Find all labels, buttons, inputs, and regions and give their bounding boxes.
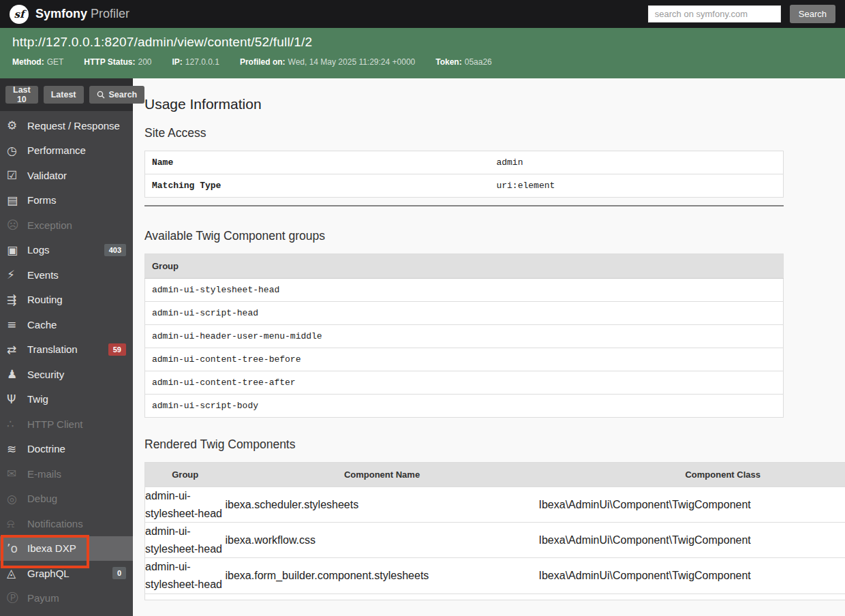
- sidebar-item-exception[interactable]: ☹Exception: [0, 213, 133, 238]
- sidebar-item-events[interactable]: ⚡Events: [0, 262, 133, 288]
- sidebar-item-label: Logs: [27, 244, 50, 256]
- site-access-name-label: Name: [145, 151, 490, 174]
- sidebar-item-request-response[interactable]: ⚙Request / Response: [0, 113, 133, 138]
- sidebar-item-label: Request / Response: [27, 120, 120, 132]
- sidebar-item-cache[interactable]: ≡Cache: [0, 312, 133, 337]
- table-header-row: Group: [145, 254, 784, 279]
- sidebar-item-e-mails[interactable]: ✉E-mails: [0, 461, 133, 487]
- component-name-cell: ibexa.scheduler.stylesheets: [226, 487, 539, 523]
- sidebar-item-routing[interactable]: ⇶Routing: [0, 288, 133, 313]
- group-cell: admin-ui-script-body: [145, 395, 784, 418]
- symfony-search-button[interactable]: Search: [790, 5, 835, 23]
- sidebar-item-doctrine[interactable]: ≋Doctrine: [0, 437, 133, 462]
- site-access-matching-type-label: Matching Type: [145, 174, 490, 198]
- sidebar-nav: ⚙Request / Response◷Performance☑Validato…: [0, 111, 133, 611]
- sidebar-item-label: Exception: [27, 219, 72, 231]
- group-cell: admin-ui-script-head: [145, 302, 784, 325]
- component-class-cell: Ibexa\AdminUi\Component\TwigComponent: [539, 487, 845, 523]
- panel-content: Usage Information Site Access Name admin…: [133, 78, 845, 616]
- clipboard-icon: ▤: [7, 194, 27, 207]
- sidebar-item-twig[interactable]: ΨTwig: [0, 387, 133, 412]
- sidebar-item-ibexa-dxp[interactable]: ʼoIbexa DXP: [0, 536, 133, 561]
- table-row-partial: [145, 594, 845, 600]
- page-title: Usage Information: [144, 96, 845, 112]
- table-row: admin-ui-content-tree-after: [145, 371, 784, 395]
- symfony-search-input[interactable]: [648, 5, 781, 22]
- site-access-table: Name admin Matching Type uri:element: [144, 151, 784, 198]
- component-class-cell: Ibexa\AdminUi\Component\TwigComponent: [539, 558, 845, 594]
- sidebar-item-debug[interactable]: ◎Debug: [0, 487, 133, 512]
- envelope-icon: ✉: [7, 467, 27, 480]
- sidebar-item-label: E-mails: [27, 468, 61, 480]
- sidebar-item-payum[interactable]: ⓅPayum: [0, 586, 133, 611]
- app-title-symfony: Symfony: [35, 7, 87, 20]
- count-badge: 0: [112, 567, 126, 579]
- group-column-header: Group: [145, 254, 784, 279]
- sidebar-item-label: Doctrine: [27, 443, 65, 455]
- last-10-button[interactable]: Last 10: [5, 86, 38, 104]
- database-icon: ≋: [7, 442, 27, 456]
- sidebar-item-label: Twig: [27, 393, 48, 405]
- sidebar-item-label: GraphQL: [27, 568, 70, 579]
- request-meta: Method:GET HTTP Status:200 IP:127.0.0.1 …: [12, 57, 833, 67]
- ghost-icon: ☹: [7, 218, 27, 232]
- rendered-components-table: Group Component Name Component Class adm…: [144, 462, 845, 600]
- sidebar-search-button[interactable]: Search: [89, 86, 145, 104]
- translation-icon: ⇄: [7, 343, 27, 356]
- group-cell: admin-ui-content-tree-before: [145, 348, 784, 371]
- profiled-url: http://127.0.0.1:8207/admin/view/content…: [12, 35, 833, 50]
- ibexa-logo-icon: ʼo: [7, 542, 27, 555]
- site-access-matching-type-value: uri:element: [489, 174, 783, 198]
- sidebar-item-label: Security: [27, 369, 64, 380]
- sidebar-item-translation[interactable]: ⇄Translation59: [0, 337, 133, 363]
- sidebar-item-logs[interactable]: ▣Logs403: [0, 238, 133, 263]
- group-column-header: Group: [145, 463, 226, 487]
- sidebar-item-performance[interactable]: ◷Performance: [0, 138, 133, 164]
- sidebar-search-label: Search: [109, 90, 138, 99]
- app-title-profiler: Profiler: [91, 7, 129, 20]
- sidebar-item-forms[interactable]: ▤Forms: [0, 188, 133, 213]
- component-groups-heading: Available Twig Component groups: [144, 229, 845, 243]
- section-divider: [144, 205, 784, 206]
- sidebar-item-label: Cache: [27, 319, 57, 330]
- table-row: admin-ui-stylesheet-head ibexa.form_buil…: [145, 558, 845, 594]
- request-status-bar: http://127.0.0.1:8207/admin/view/content…: [0, 28, 845, 78]
- user-icon: ♟: [7, 367, 27, 381]
- group-cell: admin-ui-stylesheet-head: [145, 487, 226, 523]
- meta-ip: IP:127.0.0.1: [172, 57, 219, 67]
- twig-plant-icon: Ψ: [7, 392, 27, 406]
- sidebar-item-label: Events: [27, 269, 59, 281]
- sidebar-item-label: Translation: [27, 343, 78, 355]
- bell-icon: ⍾: [7, 517, 27, 530]
- app-title: SymfonyProfiler: [35, 7, 129, 21]
- layers-icon: ≡: [7, 318, 27, 331]
- stopwatch-icon: ◷: [7, 144, 27, 157]
- profiler-sidebar: Last 10 Latest Search ⚙Request / Respons…: [0, 78, 133, 616]
- table-row: admin-ui-content-tree-before: [145, 348, 784, 371]
- sidebar-item-graphql[interactable]: ◬GraphQL0: [0, 561, 133, 586]
- sidebar-toolbar: Last 10 Latest Search: [0, 78, 133, 111]
- sidebar-item-http-client[interactable]: ∴HTTP Client: [0, 412, 133, 437]
- sidebar-item-label: Debug: [27, 493, 57, 504]
- latest-button[interactable]: Latest: [44, 86, 84, 104]
- sidebar-item-label: HTTP Client: [27, 418, 82, 430]
- table-row: Name admin: [145, 151, 784, 174]
- meta-method: Method:GET: [12, 57, 63, 67]
- group-cell: admin-ui-header-user-menu-middle: [145, 325, 784, 348]
- count-badge: 59: [108, 343, 126, 356]
- table-row: admin-ui-stylesheet-head: [145, 279, 784, 302]
- site-access-heading: Site Access: [144, 126, 845, 140]
- gears-icon: ⚙: [7, 119, 27, 132]
- sidebar-item-security[interactable]: ♟Security: [0, 362, 133, 387]
- table-row: Matching Type uri:element: [145, 174, 784, 198]
- sidebar-item-notifications[interactable]: ⍾Notifications: [0, 511, 133, 536]
- sidebar-item-validator[interactable]: ☑Validator: [0, 163, 133, 188]
- broadcast-icon: ⚡: [7, 268, 27, 281]
- component-name-cell: ibexa.form_builder.component.stylesheets: [226, 558, 539, 594]
- network-icon: ∴: [7, 417, 27, 431]
- group-cell: admin-ui-stylesheet-head: [145, 279, 784, 302]
- sidebar-item-label: Validator: [27, 170, 67, 181]
- component-name-column-header: Component Name: [226, 463, 539, 487]
- sidebar-item-label: Forms: [27, 194, 57, 206]
- count-badge: 403: [104, 244, 126, 256]
